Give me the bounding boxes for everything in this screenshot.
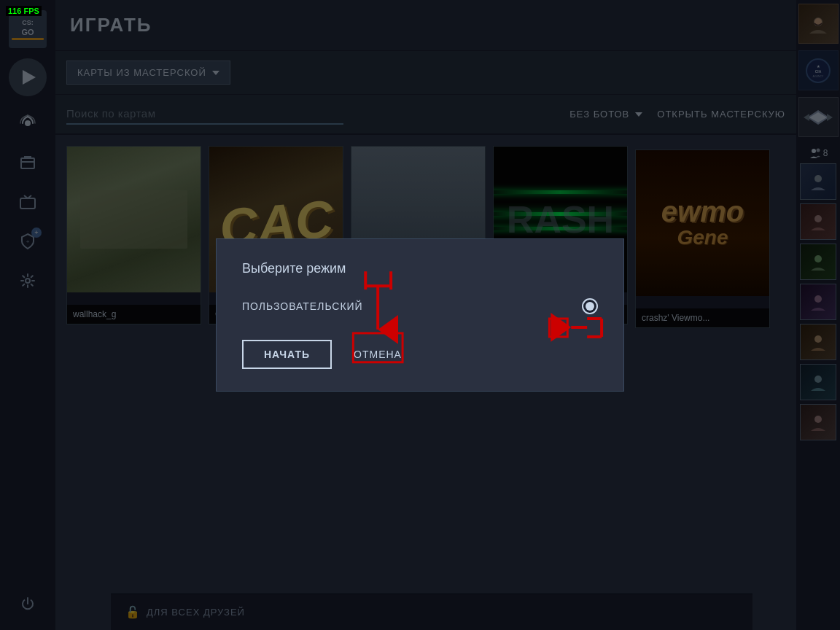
cancel-button[interactable]: ОТМЕНА: [343, 341, 413, 368]
fps-counter: 116 FPS: [6, 6, 42, 16]
modal-options: ПОЛЬЗОВАТЕЛЬСКИЙ: [242, 298, 598, 314]
modal-actions: НАЧАТЬ ОТМЕНА: [242, 340, 598, 369]
option-label-custom: ПОЛЬЗОВАТЕЛЬСКИЙ: [242, 300, 363, 312]
start-button[interactable]: НАЧАТЬ: [242, 340, 332, 369]
modal-title: Выберите режим: [242, 261, 598, 276]
radio-button-custom[interactable]: [582, 298, 598, 314]
svg-rect-32: [549, 319, 567, 337]
mode-select-modal: Выберите режим ПОЛЬЗОВАТЕЛЬСКИЙ НАЧАТЬ О…: [216, 238, 624, 392]
